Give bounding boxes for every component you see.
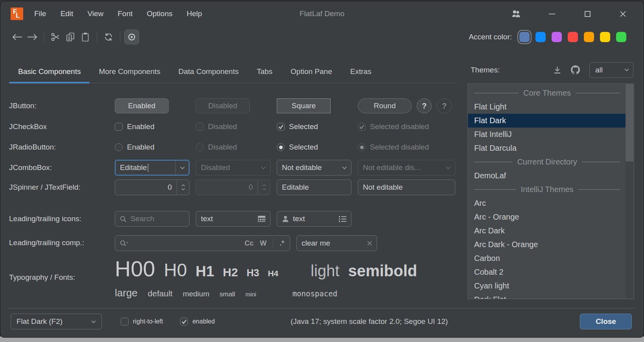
accent-swatch-red[interactable] [568,32,578,42]
mini-sample: mini [245,291,256,298]
not-editable-combobox[interactable]: Not editable [277,160,351,176]
jcheckbox-label: JCheckBox [9,122,109,131]
show-hidden-toggle[interactable] [124,30,139,44]
theme-item-dark-flat[interactable]: Dark Flat [468,293,626,299]
themes-filter-combobox[interactable]: all [589,62,633,78]
themes-column: Themes: all [467,48,634,308]
theme-item-demolaf[interactable]: DemoLaf [468,169,626,183]
theme-item-flat-darcula[interactable]: Flat Darcula [468,141,626,155]
spinner-value[interactable]: 0 [115,183,177,192]
checkbox-icon[interactable] [115,123,123,131]
right-to-left-checkbox[interactable]: right-to-left [121,318,163,325]
accent-swatch-purple[interactable] [552,32,562,42]
main-area: Basic Components More Components Data Co… [0,48,644,308]
tab-tabs[interactable]: Tabs [248,67,282,83]
github-icon[interactable] [571,65,580,74]
menu-options[interactable]: Options [147,9,172,18]
tab-more-components[interactable]: More Components [90,67,169,83]
theme-item-cyan-light[interactable]: Cyan light [468,279,626,293]
cut-icon[interactable] [48,30,63,44]
radio-icon[interactable] [115,143,123,151]
tab-option-pane[interactable]: Option Pane [282,67,341,83]
round-button[interactable]: Round [358,98,412,113]
refresh-icon[interactable] [101,30,116,44]
theme-item-flat-intellij[interactable]: Flat IntelliJ [468,128,626,141]
scrollbar-thumb[interactable] [626,84,633,161]
chevron-down-icon[interactable] [620,68,633,71]
accent-swatch-green[interactable] [616,32,626,42]
monospaced-sample: monospaced [293,289,337,298]
checkbox-enabled[interactable]: Enabled [115,122,190,131]
menu-edit[interactable]: Edit [61,9,74,18]
theme-item-arc[interactable]: Arc [468,196,626,210]
enabled-checkbox[interactable]: enabled [180,318,215,325]
theme-item-cobalt-2[interactable]: Cobalt 2 [468,265,626,279]
square-button[interactable]: Square [277,98,331,113]
theme-item-arc-orange[interactable]: Arc - Orange [468,210,626,224]
maximize-button[interactable] [582,9,592,19]
regex-toggle[interactable]: .* [278,239,286,248]
theme-item-arc-dark-orange[interactable]: Arc Dark - Orange [468,238,626,251]
themes-scrollbar[interactable] [626,84,633,298]
paste-icon[interactable] [78,30,93,44]
checkbox-icon[interactable] [121,318,129,325]
search-menu-icon[interactable] [120,240,129,247]
theme-item-carbon[interactable]: Carbon [468,251,626,265]
radio-enabled[interactable]: Enabled [115,143,190,152]
chevron-down-icon[interactable] [338,160,351,175]
radio-selected[interactable]: Selected [277,143,351,152]
forward-button[interactable] [25,30,40,44]
accent-swatch-default[interactable] [519,32,530,42]
radio-label: Enabled [127,143,155,152]
editable-textfield[interactable]: Editable [277,179,351,195]
accent-swatch-blue[interactable] [535,32,546,42]
menu-file[interactable]: File [34,9,46,18]
minimize-button[interactable] [547,9,557,19]
chevron-down-icon[interactable] [175,161,189,175]
menu-font[interactable]: Font [118,9,132,18]
accent-swatch-yellow[interactable] [600,32,610,42]
tab-data-components[interactable]: Data Components [169,67,248,83]
theme-item-flat-light[interactable]: Flat Light [468,100,626,114]
checkbox-checked-icon[interactable] [277,123,285,131]
download-icon[interactable] [553,66,561,74]
copy-icon[interactable] [63,30,78,44]
checkbox-checked-icon[interactable] [180,318,188,325]
chevron-down-icon[interactable] [86,320,101,323]
back-button[interactable] [10,30,25,44]
editable-combobox[interactable]: Editable [115,160,190,176]
jbutton-row: JButton: Enabled Disabled Square Round ?… [9,98,457,113]
clearable-field[interactable]: clear me [296,235,377,251]
checkbox-selected[interactable]: Selected [277,122,351,131]
accent-swatch-orange[interactable] [584,32,594,42]
text-field-table[interactable]: text [196,211,270,227]
spinner[interactable]: 0 [115,179,190,195]
search-with-options-field[interactable]: Cc W .* [115,235,290,251]
whole-word-toggle[interactable]: W [258,239,268,248]
component-rows: JButton: Enabled Disabled Square Round ?… [9,83,457,299]
jspinner-row: JSpinner / JTextField: 0 0 [9,179,457,195]
match-case-toggle[interactable]: Cc [243,239,255,248]
h1-sample: H1 [196,263,214,280]
help-button[interactable]: ? [417,98,432,113]
field-separator [273,239,273,248]
tab-basic-components[interactable]: Basic Components [9,67,90,83]
search-input[interactable]: Search [115,211,190,227]
users-icon[interactable] [512,9,522,19]
close-window-button[interactable] [618,9,628,19]
theme-item-arc-dark[interactable]: Arc Dark [468,224,626,238]
chevron-down-icon [442,160,455,175]
spinner-arrows[interactable] [177,180,189,195]
enabled-button[interactable]: Enabled [115,98,169,113]
clear-icon[interactable] [367,241,372,246]
text-field-user-list[interactable]: text [277,211,351,227]
tab-extras[interactable]: Extras [341,67,381,83]
laf-combobox[interactable]: Flat Dark (F2) [11,314,102,329]
theme-item-flat-dark[interactable]: Flat Dark [468,114,626,128]
menu-view[interactable]: View [87,9,103,18]
menu-help[interactable]: Help [187,9,202,18]
radio-selected-icon[interactable] [277,143,285,151]
jspinner-label: JSpinner / JTextField: [9,183,109,192]
close-button[interactable]: Close [580,314,632,329]
table-icon [258,216,265,222]
